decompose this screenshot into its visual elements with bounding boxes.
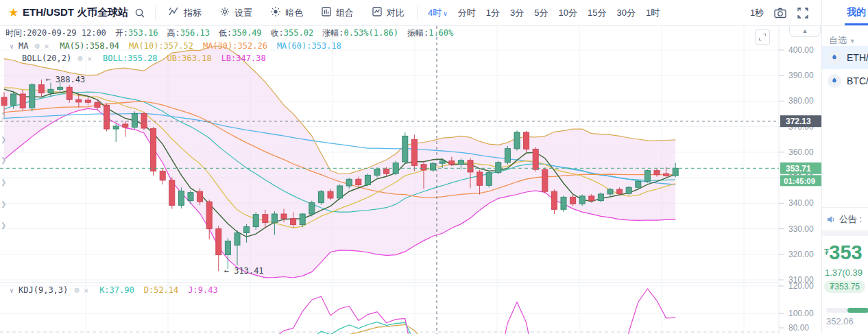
compare-icon	[372, 6, 383, 19]
svg-text:380.00: 380.00	[788, 96, 814, 106]
coin-flame-icon	[828, 74, 841, 88]
svg-text:01:45:09: 01:45:09	[784, 177, 815, 185]
svg-text:80.00: 80.00	[788, 323, 809, 333]
indicators-icon	[169, 6, 180, 19]
svg-text:400.00: 400.00	[788, 45, 814, 55]
toolbar-menu-dark-mode[interactable]: 暗色	[270, 6, 303, 19]
svg-text:❯: ❯	[1, 136, 6, 144]
last-price-big: ₮353	[824, 241, 863, 264]
timeframe-1时[interactable]: 1时	[646, 7, 660, 19]
ma-indicator-name: MA	[19, 41, 28, 51]
boll-indicator-value: BOLL:355.28	[103, 53, 157, 63]
collapse-chevron-icon[interactable]: ∨	[10, 43, 14, 50]
ohlc-field: 低:350.49	[219, 27, 262, 39]
coin-flame-icon	[828, 51, 841, 64]
fullscreen-icon[interactable]	[797, 7, 809, 19]
boll-indicator-value: LB:347.38	[221, 53, 266, 63]
price-change: 1.37(0.39	[825, 267, 863, 278]
collapse-chevron-icon[interactable]: ∨	[10, 287, 14, 294]
top-toolbar: ★ ETH/USDT 火币全球站 指标设置暗色组合对比 4时∨分时1分3分5分1…	[0, 0, 868, 26]
svg-text:120.00: 120.00	[788, 281, 814, 291]
settings-icon	[219, 6, 230, 19]
ohlc-field: 时间:2020-09-29 12:00	[5, 27, 106, 39]
svg-text:❯: ❯	[1, 112, 6, 120]
svg-text:353.71: 353.71	[786, 164, 811, 174]
ohlc-field: 收:355.02	[271, 27, 314, 39]
timeframe-15分[interactable]: 15分	[588, 7, 606, 19]
toolbar-divider	[417, 5, 418, 20]
tab-my[interactable]: 我的	[847, 6, 866, 19]
ma-indicator-value: MA(60):353.18	[277, 41, 341, 51]
svg-text:360.00: 360.00	[788, 147, 814, 157]
timeframe-1分[interactable]: 1分	[486, 7, 500, 19]
symbol-title: ETH/USDT 火币全球站	[23, 6, 128, 19]
right-sidebar: 我的 自选 ▼ ETH/BTC/ 公告 : ₮353 1.37(0.39 ₮35…	[821, 0, 868, 334]
svg-text:372.13: 372.13	[786, 117, 811, 126]
ohlc-field: 开:353.16	[115, 27, 158, 39]
ma-indicator-close-icon[interactable]: ✕	[45, 42, 49, 51]
timeframe-10分[interactable]: 10分	[559, 7, 577, 19]
ohlc-info-bar: 时间:2020-09-29 12:00开:353.16高:356.13低:350…	[5, 27, 462, 39]
timeframe-30分[interactable]: 30分	[616, 7, 635, 19]
ma-indicator-value: MA(30):352.26	[203, 41, 267, 51]
watchlist-header[interactable]: 自选 ▼	[829, 34, 856, 47]
kdj-indicator-value: D:52.14	[144, 285, 179, 295]
range-low-value: 352.06	[826, 316, 854, 326]
toolbar-menu-settings[interactable]: 设置	[219, 6, 252, 19]
boll-indicator-name: BOLL(20,2)	[22, 53, 71, 63]
ohlc-field: 高:356.13	[167, 27, 210, 39]
svg-text:❯: ❯	[1, 222, 6, 230]
ohlc-field: 涨幅:0.53%(1.86)	[322, 27, 398, 39]
ma-indicator-value: MA(10):357.52	[129, 41, 193, 51]
svg-text:← 313.41: ← 313.41	[224, 266, 264, 276]
toolbar-divider	[155, 5, 156, 20]
kdj-indicator-value: J:9.43	[188, 285, 217, 295]
svg-text:100.00: 100.00	[788, 309, 814, 318]
sidebar-section-divider	[822, 230, 868, 236]
sidebar-divider	[822, 25, 868, 26]
speaker-icon	[826, 215, 836, 224]
svg-text:❯: ❯	[1, 178, 6, 187]
watchlist-item-BTC[interactable]: BTC/	[822, 69, 868, 93]
svg-text:340.00: 340.00	[788, 198, 814, 208]
toolbar-menu-layout[interactable]: 组合	[321, 6, 354, 19]
timeframe-3分[interactable]: 3分	[510, 7, 524, 19]
toolbar-collapse-button[interactable]: ▲	[789, 26, 821, 37]
ma-indicator-settings-icon[interactable]: ⚙	[34, 41, 39, 51]
favorite-star-icon[interactable]: ★	[8, 5, 19, 20]
buy-sell-ratio-bar	[826, 308, 868, 313]
reset-zoom-icon[interactable]	[755, 29, 770, 45]
svg-text:← 388.43: ← 388.43	[45, 75, 85, 84]
svg-text:320.00: 320.00	[788, 250, 814, 259]
announcement-label: 公告 :	[839, 213, 862, 226]
kdj-indicator-close-icon[interactable]: ✕	[84, 286, 89, 295]
timeframe-5分[interactable]: 5分	[534, 7, 548, 19]
timeframe-分时[interactable]: 分时	[458, 7, 476, 19]
boll-indicator-value: UB:363.18	[167, 53, 212, 63]
toolbar-menu-compare[interactable]: 对比	[372, 6, 405, 19]
ma-indicator-value: MA(5):358.04	[60, 41, 119, 51]
watchlist-item-ETH[interactable]: ETH/	[822, 46, 868, 69]
svg-text:330.00: 330.00	[788, 224, 814, 234]
cny-price-tag: ₮353.75	[824, 281, 865, 293]
svg-text:❯: ❯	[1, 156, 6, 165]
toolbar-menu-indicators[interactable]: 指标	[169, 6, 202, 19]
timeframe-4时[interactable]: 4时∨	[428, 7, 448, 19]
timeframe-1sec[interactable]: 1秒	[750, 7, 764, 19]
boll-indicator-close-icon[interactable]: ✕	[87, 54, 92, 63]
ohlc-field: 振幅:1.60%	[407, 27, 453, 39]
screenshot-camera-icon[interactable]	[773, 7, 787, 19]
search-icon[interactable]	[134, 8, 145, 19]
svg-text:390.00: 390.00	[788, 71, 814, 80]
kdj-indicator-value: K:37.90	[99, 285, 134, 295]
layout-icon	[321, 6, 332, 19]
boll-indicator-settings-icon[interactable]: ⚙	[77, 53, 82, 63]
dark-mode-icon	[270, 6, 281, 19]
sidebar-divider	[822, 207, 868, 208]
svg-text:❯: ❯	[1, 200, 6, 208]
announcement-row[interactable]: 公告 :	[826, 213, 862, 226]
kdj-indicator-name: KDJ(9,3,3)	[19, 285, 68, 295]
kdj-indicator-settings-icon[interactable]: ⚙	[74, 285, 79, 295]
chevron-down-icon: ∨	[443, 10, 448, 17]
